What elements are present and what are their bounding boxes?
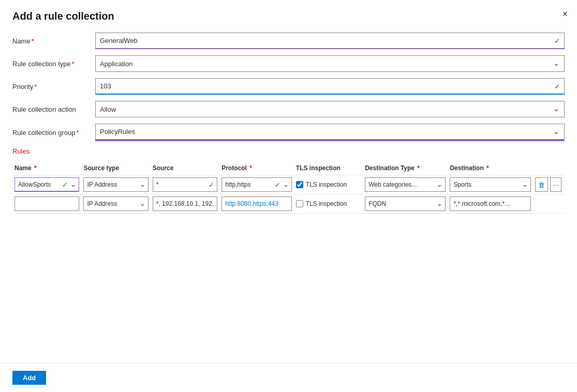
table-row: AllowSports ✓ IP Address ✓ [12, 175, 565, 194]
priority-label: Priority* [12, 83, 95, 91]
row2-source-type-wrapper: IP Address [83, 197, 148, 211]
row2-source-input[interactable] [153, 197, 217, 211]
row1-source-cell: ✓ [151, 175, 219, 194]
row1-tls-cell: TLS inspection [294, 175, 363, 194]
row1-dest-type-cell: Web categories... [363, 175, 448, 194]
rule-collection-group-row: Rule collection group* PolicyRules [12, 124, 565, 141]
row1-source-type-cell: IP Address [81, 175, 150, 194]
row1-name-wrapper: AllowSports ✓ [14, 177, 79, 192]
table-header-row: Name * Source type Source Protocol * TLS… [12, 161, 565, 175]
rule-collection-group-select[interactable]: PolicyRules [95, 124, 565, 140]
row1-protocol-cell: http,https ✓ [219, 175, 294, 194]
row2-actions-cell [533, 194, 565, 214]
row1-tls-wrapper: TLS inspection [296, 181, 361, 188]
priority-field-wrapper: ✓ [95, 78, 565, 95]
row1-name-select[interactable]: AllowSports [14, 177, 79, 192]
rules-section: Rules [12, 147, 565, 155]
row2-name-input[interactable] [14, 197, 79, 211]
priority-row: Priority* ✓ [12, 78, 565, 95]
bottom-bar: Add [0, 363, 577, 392]
name-row: Name* ✓ [12, 33, 565, 49]
row2-tls-checkbox[interactable] [296, 200, 303, 207]
row1-actions: 🗑 ··· [535, 177, 563, 192]
col-header-destination-type: Destination Type * [363, 161, 448, 175]
row1-actions-cell: 🗑 ··· [533, 175, 565, 194]
row2-source-cell [151, 194, 219, 214]
row2-source-type-select[interactable]: IP Address [83, 197, 148, 211]
row1-tls-checkbox[interactable] [296, 181, 303, 188]
row1-more-button[interactable]: ··· [550, 177, 562, 192]
row2-dest-type-cell: FQDN [363, 194, 448, 214]
name-check-icon: ✓ [554, 37, 560, 45]
rule-collection-type-select[interactable]: Application [95, 55, 565, 72]
rule-collection-action-select[interactable]: Allow [95, 101, 565, 117]
row1-delete-button[interactable]: 🗑 [535, 177, 548, 192]
row1-dest-type-wrapper: Web categories... [365, 177, 446, 192]
col-header-actions [533, 161, 565, 175]
panel: × Add a rule collection Name* ✓ Rule col… [0, 0, 577, 392]
row1-protocol-wrapper: http,https ✓ [221, 177, 292, 192]
col-header-protocol: Protocol * [219, 161, 294, 175]
col-header-tls: TLS inspection [294, 161, 363, 175]
row2-dest-type-select[interactable]: FQDN [365, 197, 446, 211]
row2-tls-wrapper: TLS inspection [296, 200, 361, 207]
rule-collection-group-wrapper: PolicyRules [95, 124, 565, 141]
col-header-name: Name * [12, 161, 81, 175]
table-row: IP Address TLS inspection [12, 194, 565, 214]
priority-check-icon: ✓ [554, 82, 560, 91]
row1-dest-wrapper: Sports [450, 177, 530, 192]
row1-source-wrapper: ✓ [153, 177, 217, 192]
row1-source-type-wrapper: IP Address [83, 177, 148, 192]
col-header-source: Source [151, 161, 219, 175]
row2-source-type-cell: IP Address [81, 194, 150, 214]
name-input[interactable] [95, 33, 565, 49]
name-field-wrapper: ✓ [95, 33, 565, 49]
row1-tls-label: TLS inspection [306, 181, 347, 188]
row1-dest-cell: Sports [448, 175, 532, 194]
row1-dest-type-select[interactable]: Web categories... [365, 177, 446, 192]
priority-input[interactable] [95, 78, 565, 95]
add-button[interactable]: Add [12, 371, 46, 385]
rule-collection-type-label: Rule collection type* [12, 60, 95, 68]
row2-tls-cell: TLS inspection [294, 194, 363, 214]
row1-dest-select[interactable]: Sports [450, 177, 530, 192]
row2-name-cell [12, 194, 81, 214]
row2-protocol-input[interactable] [221, 197, 292, 211]
page-title: Add a rule collection [12, 10, 565, 22]
row2-dest-cell [448, 194, 532, 214]
row1-name-cell: AllowSports ✓ [12, 175, 81, 194]
row1-protocol-select[interactable]: http,https [221, 177, 292, 192]
rules-table: Name * Source type Source Protocol * TLS… [12, 161, 565, 214]
row2-tls-label: TLS inspection [306, 200, 347, 207]
rule-collection-type-wrapper: Application [95, 55, 565, 72]
rule-collection-action-label: Rule collection action [12, 105, 95, 113]
rules-label: Rules [12, 147, 29, 155]
rule-collection-group-label: Rule collection group* [12, 129, 95, 137]
col-header-source-type: Source type [81, 161, 150, 175]
col-header-destination: Destination * [448, 161, 532, 175]
row1-source-input[interactable] [153, 177, 217, 192]
rule-collection-type-row: Rule collection type* Application [12, 55, 565, 72]
rule-collection-action-row: Rule collection action Allow [12, 101, 565, 117]
close-button[interactable]: × [562, 9, 568, 19]
rule-collection-action-wrapper: Allow [95, 101, 565, 117]
row1-source-type-select[interactable]: IP Address [83, 177, 148, 192]
row2-dest-type-wrapper: FQDN [365, 197, 446, 211]
row2-dest-input[interactable] [450, 197, 530, 211]
row2-protocol-cell [219, 194, 294, 214]
name-label: Name* [12, 37, 95, 45]
